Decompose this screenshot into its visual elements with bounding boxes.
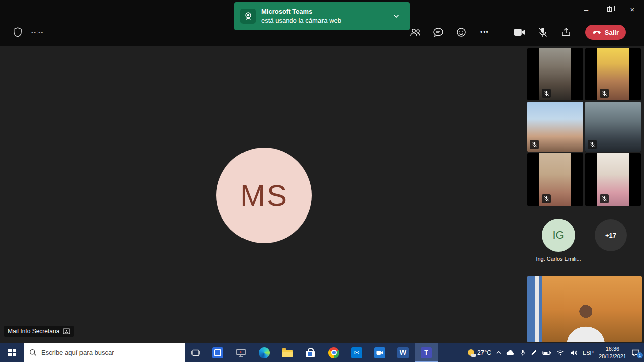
battery-icon [542,350,551,355]
notification-count-badge: 1 [637,352,643,358]
participant-video [539,48,571,100]
spotlight-participant-tile[interactable] [527,276,642,342]
mic-muted-icon [590,141,595,148]
main-participant-initials: MS [240,178,288,213]
banner-message: está usando la cámara web [261,16,341,25]
camera-usage-banner[interactable]: Microsoft Teams está usando la cámara we… [234,2,410,30]
participant-tile[interactable] [585,102,641,152]
teams-letter: T [424,349,428,356]
volume-tray-icon[interactable] [570,349,578,356]
taskbar-search[interactable] [24,343,185,362]
share-toast[interactable]: Mail Info Secretaria [4,326,74,337]
blue-app-icon [212,347,223,358]
main-participant-avatar[interactable]: MS [216,148,312,243]
speaker-icon [570,349,578,356]
leave-meeting-button[interactable]: Salir [585,25,626,40]
wifi-icon [556,350,565,356]
mic-tray-icon[interactable] [520,349,526,356]
more-options-button[interactable]: ••• [478,26,491,38]
participant-video [527,102,583,152]
language-indicator[interactable]: ESP [583,350,594,356]
mic-muted-icon [532,141,537,148]
app-edge[interactable] [253,343,276,362]
mic-muted-icon [538,27,548,38]
word-letter: W [400,349,406,356]
share-button[interactable] [560,26,572,38]
pen-icon [531,349,537,356]
overflow-participants-badge[interactable]: +17 [595,219,627,251]
toolbar-left: --:-- [13,27,43,37]
camera-app-icon [374,347,385,358]
date-label: 28/12/2021 [599,353,626,360]
search-input[interactable] [41,349,180,356]
close-icon: × [630,5,635,14]
participant-video [597,48,628,100]
reactions-button[interactable] [455,26,467,38]
participant-tile[interactable] [527,153,583,206]
camera-toggle-button[interactable] [514,26,526,38]
camera-icon [514,28,526,36]
participant-tile[interactable] [585,48,641,100]
leave-label: Salir [605,29,619,36]
banner-expand-button[interactable] [383,2,410,30]
app-teams-active[interactable]: T [415,343,438,362]
shield-icon [13,27,22,37]
participants-button[interactable] [409,26,421,38]
mic-muted-badge [542,194,551,203]
close-button[interactable]: × [621,0,644,18]
app-connect-display[interactable] [229,343,253,362]
teams-icon: T [421,347,432,358]
app-word[interactable]: W [391,343,415,362]
hangup-icon [592,30,601,34]
chat-button[interactable] [432,26,444,38]
app-chrome[interactable] [322,343,345,362]
participant-avatar[interactable]: IG [542,219,575,252]
chrome-icon [328,347,339,358]
app-file-explorer[interactable] [276,343,299,362]
onedrive-tray-icon[interactable] [506,350,515,356]
task-view-icon [191,349,201,357]
chevron-down-icon [393,14,399,18]
app-blue-utility[interactable] [206,343,229,362]
word-icon: W [397,347,409,358]
store-icon [306,351,315,357]
meeting-stage: MS Mail Info Secretaria [0,46,644,343]
battery-tray-icon[interactable] [542,350,551,355]
start-button[interactable] [0,343,24,362]
app-camera[interactable] [368,343,391,362]
screen-share-icon [63,328,70,334]
network-tray-icon[interactable] [556,350,565,356]
banner-app-name: Microsoft Teams [261,7,341,16]
minimize-button[interactable]: – [575,0,598,18]
clock[interactable]: 16:36 28/12/2021 [599,345,626,360]
spotlight-video [527,276,642,342]
participant-tile[interactable] [585,153,641,206]
overflow-count: +17 [605,232,616,239]
participant-tile[interactable] [527,102,583,152]
time-label: 16:36 [599,345,626,352]
people-icon [409,28,421,37]
tray-expand-button[interactable] [496,351,501,354]
participant-tile[interactable] [527,48,583,100]
pen-tray-icon[interactable] [531,349,537,356]
system-tray: 27°C ESP [468,343,644,362]
weather-widget[interactable]: 27°C [468,349,491,356]
app-mail[interactable]: ✉ [345,343,368,362]
minimize-icon: – [584,5,588,14]
participant-video [585,102,641,152]
mic-muted-badge [600,89,609,98]
edge-icon [259,347,270,358]
share-upload-icon [561,27,571,37]
app-microsoft-store[interactable] [299,343,322,362]
webcam-icon [240,9,256,24]
participant-initials: IG [552,229,564,242]
chat-icon [433,27,444,37]
mic-muted-icon [544,196,549,202]
mic-muted-badge [530,140,539,149]
restore-button[interactable] [598,0,621,18]
weather-sun-icon [468,349,474,356]
language-label: ESP [583,350,594,356]
task-view-button[interactable] [185,343,206,362]
mic-toggle-button[interactable] [537,26,549,38]
action-center-button[interactable]: 1 [631,349,640,356]
